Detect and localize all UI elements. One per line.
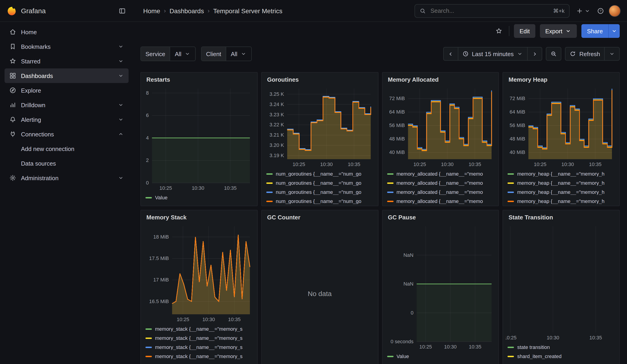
panel-title[interactable]: Memory Heap: [503, 73, 620, 85]
refresh-button[interactable]: Refresh: [565, 47, 604, 61]
legend-swatch: [266, 173, 273, 174]
favorite-star-button[interactable]: [494, 26, 505, 37]
sidebar-item-add-new-connection[interactable]: Add new connection: [4, 141, 129, 156]
sidebar-item-bookmarks[interactable]: Bookmarks: [4, 39, 129, 54]
legend-item[interactable]: Value: [146, 193, 253, 202]
panel-title[interactable]: Memory Allocated: [382, 73, 499, 85]
sidebar-item-dashboards[interactable]: Dashboards: [4, 68, 129, 83]
sidebar-toggle-icon[interactable]: [117, 5, 128, 16]
panel-title[interactable]: GC Pause: [382, 210, 499, 223]
add-button[interactable]: [574, 5, 592, 16]
refresh-split-button: Refresh: [565, 47, 620, 61]
legend-item[interactable]: num_goroutines {__name__="num_go: [266, 188, 373, 197]
breadcrumb-separator: ›: [164, 7, 166, 14]
breadcrumb-home[interactable]: Home: [143, 7, 160, 14]
sidebar-item-label: Data sources: [21, 160, 56, 167]
share-button[interactable]: Share: [582, 24, 608, 38]
chevron-down-icon[interactable]: [118, 102, 124, 108]
sidebar-item-label: Home: [21, 29, 37, 35]
chevron-down-icon[interactable]: [118, 175, 124, 181]
legend-swatch: [146, 337, 152, 339]
legend-item[interactable]: memory_heap {__name__="memory_h: [508, 188, 615, 197]
legend-item[interactable]: shard_item_created: [508, 352, 615, 361]
legend-item[interactable]: num_goroutines {__name__="num_go: [266, 197, 373, 206]
sidebar-item-drilldown[interactable]: Drilldown: [4, 98, 129, 112]
chevron-down-icon[interactable]: [118, 116, 124, 123]
svg-text:72 MiB: 72 MiB: [389, 96, 405, 101]
chevron-down-icon: [184, 51, 191, 57]
breadcrumb-dashboards[interactable]: Dashboards: [169, 7, 204, 14]
legend-swatch: [146, 197, 152, 198]
panel-memory-allocated: Memory Allocated 72 MiB64 MiB56 MiB48 Mi…: [382, 72, 499, 206]
svg-text:40 MiB: 40 MiB: [510, 149, 525, 155]
legend-item[interactable]: memory_heap {__name__="memory_h: [508, 169, 615, 178]
sidebar-item-data-sources[interactable]: Data sources: [4, 156, 129, 171]
legend-item[interactable]: memory_allocated {__name__="memo: [387, 178, 494, 188]
help-button[interactable]: ?: [595, 5, 606, 16]
grafana-logo-icon[interactable]: [6, 6, 16, 16]
variable-label: Client: [202, 47, 226, 61]
navbar-main: Home › Dashboards › Temporal Server Metr…: [133, 4, 627, 18]
variable-value-dropdown[interactable]: All: [170, 47, 195, 61]
breadcrumb-current: Temporal Server Metrics: [213, 7, 282, 14]
edit-button[interactable]: Edit: [514, 24, 535, 38]
svg-text:72 MiB: 72 MiB: [510, 96, 525, 101]
sidebar-item-label: Connections: [21, 131, 54, 138]
refresh-interval-button[interactable]: [604, 47, 620, 61]
sidebar-item-explore[interactable]: Explore: [4, 83, 129, 98]
chevron-down-icon[interactable]: [118, 73, 124, 79]
legend-item[interactable]: memory_allocated {__name__="memo: [387, 169, 494, 178]
legend-swatch: [266, 191, 273, 193]
sidebar-item-home[interactable]: Home: [4, 25, 129, 39]
panel-grid: Restarts 8642010:2510:3010:35 Value Goro…: [140, 72, 620, 364]
sidebar-item-starred[interactable]: Starred: [4, 54, 129, 68]
navbar-icons: ?: [574, 5, 621, 17]
search-field[interactable]: [429, 7, 549, 15]
navbar-left: Grafana: [0, 5, 133, 16]
user-avatar[interactable]: [609, 5, 621, 17]
panel-title[interactable]: Memory Stack: [141, 210, 257, 223]
legend-item[interactable]: memory_allocated {__name__="memo: [387, 188, 494, 197]
panel-title[interactable]: Restarts: [141, 73, 257, 85]
sidebar-item-alerting[interactable]: Alerting: [4, 112, 129, 127]
variable-value-dropdown[interactable]: All: [226, 47, 251, 61]
panel-title[interactable]: Goroutines: [262, 73, 378, 85]
legend-item[interactable]: num_goroutines {__name__="num_go: [266, 178, 373, 188]
svg-text:3.25 K: 3.25 K: [269, 91, 284, 97]
panel-legend: memory_allocated {__name__="memomemory_a…: [382, 168, 499, 206]
time-range-picker[interactable]: Last 15 minutes: [458, 47, 527, 61]
share-menu-button[interactable]: [608, 24, 620, 38]
chevron-down-icon[interactable]: [118, 43, 124, 50]
panel-restarts: Restarts 8642010:2510:3010:35 Value: [140, 72, 258, 206]
legend-label: state transition: [517, 344, 550, 350]
sidebar-item-administration[interactable]: Administration: [4, 171, 129, 185]
legend-item[interactable]: state transition: [508, 343, 615, 352]
time-shift-back-button[interactable]: [443, 47, 458, 61]
compass-icon: [9, 87, 16, 94]
chevron-up-icon[interactable]: [118, 131, 124, 137]
time-shift-forward-button[interactable]: [527, 47, 542, 61]
svg-text:3.19 K: 3.19 K: [269, 153, 284, 158]
legend-item[interactable]: num_goroutines {__name__="num_go: [266, 169, 373, 178]
legend-item[interactable]: memory_stack {__name__="memory_s: [146, 333, 253, 343]
svg-text:10:35: 10:35: [228, 316, 241, 322]
chevron-down-icon[interactable]: [118, 58, 124, 64]
search-input[interactable]: ⌘+k: [415, 4, 570, 18]
svg-text:0: 0: [410, 310, 413, 316]
legend-item[interactable]: memory_stack {__name__="memory_s: [146, 352, 253, 361]
panel-title[interactable]: GC Counter: [262, 210, 378, 223]
sidebar-item-connections[interactable]: Connections: [4, 127, 129, 141]
legend-item[interactable]: memory_stack {__name__="memory_s: [146, 324, 253, 333]
legend-item[interactable]: memory_stack {__name__="memory_s: [146, 343, 253, 352]
legend-item[interactable]: Value: [387, 352, 494, 361]
svg-text:64 MiB: 64 MiB: [389, 109, 405, 115]
legend-item[interactable]: memory_allocated {__name__="memo: [387, 197, 494, 206]
legend-item[interactable]: memory_heap {__name__="memory_h: [508, 197, 615, 206]
legend-item[interactable]: memory_heap {__name__="memory_h: [508, 178, 615, 188]
variable-client: Client All: [201, 47, 252, 61]
panel-title[interactable]: State Transition: [503, 210, 620, 223]
zoom-out-button[interactable]: [546, 47, 562, 61]
export-button[interactable]: Export: [540, 24, 577, 38]
variable-value: All: [231, 51, 237, 57]
chevron-down-icon: [611, 28, 618, 34]
